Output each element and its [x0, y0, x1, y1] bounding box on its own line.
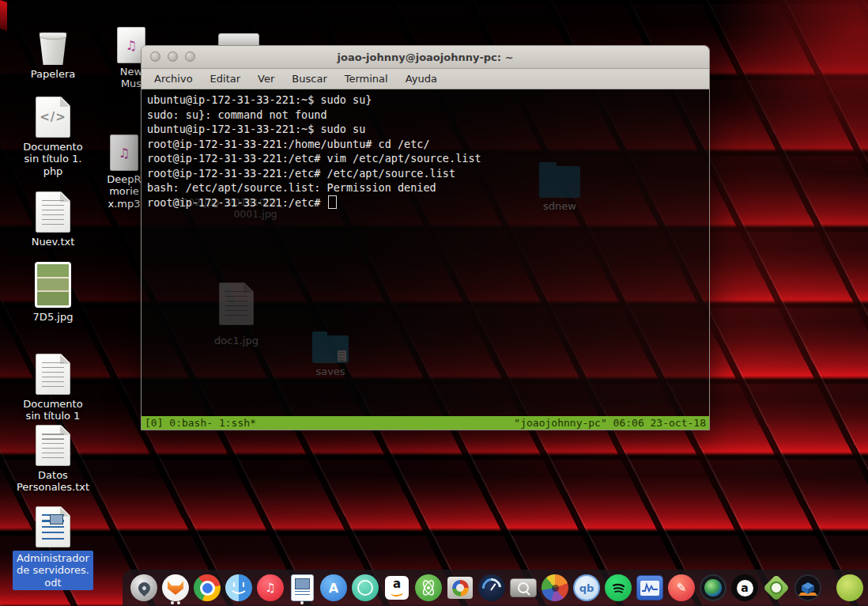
qb-letters: qb: [579, 582, 594, 594]
document-photo: [295, 578, 310, 589]
dock-item-system-monitor[interactable]: [636, 573, 663, 603]
dock-item-text-editor[interactable]: ✎: [668, 573, 695, 603]
spotify-waves: [609, 579, 627, 597]
amazon-a-icon: a: [731, 574, 758, 601]
dock-item-teal-badge[interactable]: [352, 573, 379, 603]
dock-item-fox-launcher[interactable]: [162, 573, 189, 603]
dock: ♫ A a qb ✎ a: [123, 570, 868, 606]
dock-item-green-diamond[interactable]: [763, 573, 790, 603]
finder-icon: [225, 574, 252, 601]
chrome-core: [202, 583, 213, 593]
spotify-icon: [605, 574, 632, 601]
desktop-icon-label: Documento sin título 1: [0, 398, 106, 422]
dock-item-amazon[interactable]: a: [383, 573, 410, 603]
amazon-smile: [391, 589, 404, 597]
qbittorrent-icon: qb: [573, 574, 600, 601]
desktop-icon-label: Papelera: [0, 68, 106, 80]
minimize-button[interactable]: [168, 51, 178, 62]
running-indicator: [289, 601, 315, 604]
dock-item-qbittorrent[interactable]: qb: [573, 573, 600, 603]
dock-item-pie-chart[interactable]: [542, 573, 568, 603]
dock-item-libreoffice-writer[interactable]: [289, 573, 315, 603]
odt-file-icon: [36, 506, 70, 547]
menu-terminal[interactable]: Terminal: [336, 73, 397, 85]
trash-rim: [38, 31, 68, 40]
monitor-screen: [640, 581, 659, 596]
partial-icon: [836, 574, 863, 601]
menu-buscar[interactable]: Buscar: [283, 73, 335, 85]
writer-document-icon: [291, 574, 314, 601]
dock-item-finder[interactable]: [225, 573, 252, 603]
dock-item-gauge[interactable]: [478, 573, 505, 603]
dock-item-hard-drive[interactable]: [510, 573, 537, 603]
menu-archivo[interactable]: Archivo: [145, 73, 202, 85]
running-indicator: [162, 601, 189, 604]
system-monitor-icon: [636, 575, 663, 600]
dock-item-globe-lens[interactable]: [700, 573, 726, 603]
disk-sync-icon: [447, 577, 473, 599]
magnifier-icon: [518, 582, 529, 593]
dock-item-amazon-a[interactable]: a: [731, 573, 758, 603]
desktop-icon-label-selected: Administrador de servidores. odt: [13, 551, 93, 590]
desktop-icon-datos-personales[interactable]: Datos Personales.txt: [0, 425, 106, 494]
trash-icon: [37, 30, 69, 65]
hard-drive-icon: [510, 578, 537, 597]
diamond-circle: [770, 581, 783, 594]
dock-item-disk-sync[interactable]: [447, 573, 474, 603]
dock-item-cube-prism[interactable]: [794, 573, 821, 603]
desktop-icon-administrador-odt[interactable]: Administrador de servidores. odt: [0, 506, 106, 590]
desktop-icon-documento[interactable]: Documento sin título 1: [0, 354, 106, 422]
chrome-icon: [194, 574, 221, 601]
terminal-menubar: Archivo Editar Ver Buscar Terminal Ayuda: [142, 69, 709, 89]
tmux-statusbar: [0] 0:bash- 1:ssh* "joaojohnny-pc" 06:06…: [142, 416, 709, 430]
terminal-prompt-line: root@ip-172-31-33-221:/etc#: [147, 195, 704, 210]
dock-item-launchpad[interactable]: [130, 573, 157, 603]
cube-prism-icon: [794, 574, 821, 601]
terminal-line: ubuntu@ip-172-31-33-221:~$ sudo su: [147, 122, 704, 137]
music-icon: ♫: [257, 574, 284, 601]
text-file-icon: [36, 354, 70, 395]
dock-item-music[interactable]: ♫: [257, 573, 284, 603]
dock-item-app-store[interactable]: A: [320, 573, 347, 603]
text-file-icon: [36, 191, 70, 233]
dock-item-chrome[interactable]: [194, 573, 221, 603]
amazon-icon: a: [385, 576, 409, 600]
desktop: Papelera </> Documento sin título 1. php…: [0, 0, 868, 606]
atom-icon: [415, 574, 442, 601]
desktop-icon-label: Nuev.txt: [0, 236, 106, 248]
menu-ayuda[interactable]: Ayuda: [397, 73, 446, 85]
globe-icon: [700, 574, 726, 601]
music-note-glyph: ♫: [265, 581, 275, 595]
cube-graphic: [798, 578, 818, 598]
window-title: joao-johnny@joaojohnny-pc: ~: [338, 51, 514, 63]
desktop-icon-7d5-jpg[interactable]: 7D5.jpg: [0, 262, 106, 323]
fox-icon: [162, 574, 189, 601]
dock-item-spotify[interactable]: [605, 573, 632, 603]
launchpad-icon: [130, 574, 157, 601]
terminal-titlebar[interactable]: joao-johnny@joaojohnny-pc: ~: [142, 46, 709, 69]
terminal-window: joao-johnny@joaojohnny-pc: ~ Archivo Edi…: [141, 45, 710, 430]
desktop-icon-php-file[interactable]: </> Documento sin título 1. php: [0, 97, 106, 177]
menu-editar[interactable]: Editar: [202, 73, 250, 85]
fox-face: [168, 581, 183, 595]
terminal-line: root@ip-172-31-33-221:/etc# vim /etc/apt…: [147, 151, 704, 166]
activity-graph: [641, 582, 659, 593]
close-button[interactable]: [150, 51, 160, 62]
desktop-icon-trash[interactable]: Papelera: [0, 30, 106, 80]
desktop-icon-nuev-txt[interactable]: Nuev.txt: [0, 191, 106, 248]
pie-chart-icon: [542, 574, 568, 601]
terminal-cursor: [328, 195, 337, 209]
text-file-icon: [36, 425, 70, 466]
terminal-output[interactable]: ubuntu@ip-172-31-33-221:~$ sudo su} sudo…: [142, 89, 709, 416]
app-store-icon: A: [320, 574, 347, 601]
dock-item-atom[interactable]: [415, 573, 442, 603]
menu-ver[interactable]: Ver: [249, 73, 283, 85]
terminal-line: ubuntu@ip-172-31-33-221:~$ sudo su}: [147, 93, 704, 108]
terminal-line: root@ip-172-31-33-221:/etc# /etc/apt/sou…: [147, 166, 704, 181]
amazon-letter: a: [393, 579, 401, 589]
code-file-icon: </>: [36, 97, 70, 138]
tmux-windows: [0] 0:bash- 1:ssh*: [145, 417, 256, 429]
maximize-button[interactable]: [185, 51, 195, 62]
dock-item-edge-partial[interactable]: [826, 573, 853, 603]
music-note-glyph: ♫: [126, 38, 137, 53]
